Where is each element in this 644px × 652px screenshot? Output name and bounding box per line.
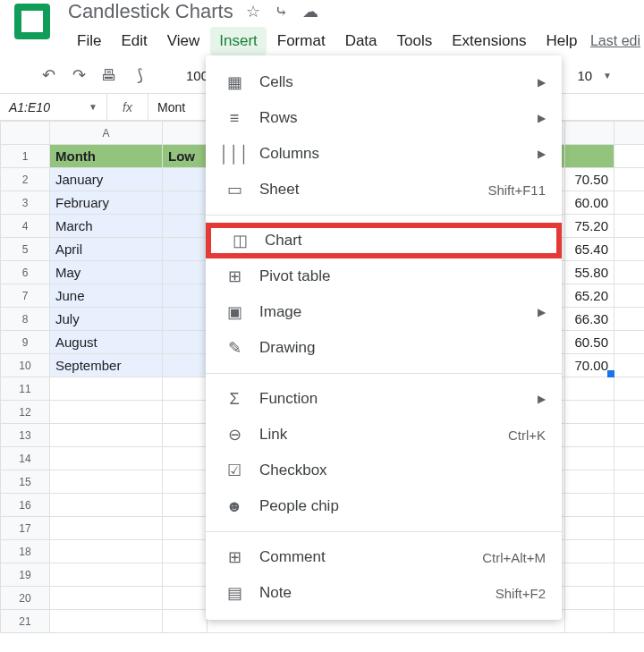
- cell[interactable]: [565, 610, 614, 633]
- cell[interactable]: [614, 494, 645, 517]
- cell[interactable]: [163, 401, 208, 424]
- menu-edit[interactable]: Edit: [112, 27, 156, 55]
- cell-header[interactable]: Low: [163, 145, 208, 168]
- row-header[interactable]: 4: [1, 215, 50, 238]
- cell[interactable]: [50, 563, 163, 587]
- cell-value[interactable]: 65.20: [565, 284, 614, 308]
- cell-header[interactable]: Month: [50, 145, 163, 168]
- insert-sheet[interactable]: ▭SheetShift+F11: [206, 172, 562, 207]
- cell-value[interactable]: 70.00: [565, 354, 614, 377]
- cell[interactable]: [614, 470, 645, 494]
- cell-value[interactable]: 60.50: [565, 331, 614, 354]
- cell[interactable]: [50, 587, 163, 610]
- menu-view[interactable]: View: [158, 27, 209, 55]
- cell[interactable]: [163, 331, 208, 354]
- cell[interactable]: [614, 308, 645, 331]
- row-header[interactable]: 5: [1, 238, 50, 261]
- insert-people-chip[interactable]: ☻People chip: [206, 488, 562, 524]
- cell[interactable]: [163, 191, 208, 215]
- cell[interactable]: [614, 401, 645, 424]
- selection-drag-handle[interactable]: [607, 370, 614, 377]
- column-header[interactable]: A: [50, 122, 163, 145]
- cell[interactable]: [163, 587, 208, 610]
- sheets-logo[interactable]: [14, 4, 50, 39]
- insert-rows[interactable]: ≡Rows▶: [206, 100, 562, 136]
- cell[interactable]: [565, 494, 614, 517]
- menu-file[interactable]: File: [68, 27, 110, 55]
- cell-month[interactable]: July: [50, 308, 163, 331]
- cell[interactable]: [50, 447, 163, 470]
- cell[interactable]: [565, 517, 614, 540]
- cell[interactable]: [163, 494, 208, 517]
- menu-help[interactable]: Help: [537, 27, 586, 55]
- last-edit-link[interactable]: Last edi: [590, 33, 644, 49]
- cell[interactable]: [163, 238, 208, 261]
- cell[interactable]: [163, 354, 208, 377]
- cell-value[interactable]: 55.80: [565, 261, 614, 284]
- cell[interactable]: [163, 215, 208, 238]
- row-header[interactable]: 7: [1, 284, 50, 308]
- cell[interactable]: [614, 331, 645, 354]
- font-size-select[interactable]: 10 ▼: [570, 68, 619, 83]
- undo-icon[interactable]: ↶: [36, 63, 61, 88]
- cell[interactable]: [565, 540, 614, 563]
- cell[interactable]: [163, 470, 208, 494]
- cell[interactable]: [565, 447, 614, 470]
- row-header[interactable]: 1: [1, 145, 50, 168]
- cell[interactable]: [614, 563, 645, 587]
- row-header[interactable]: 11: [1, 377, 50, 401]
- cell[interactable]: [614, 145, 645, 168]
- menu-extensions[interactable]: Extensions: [443, 27, 535, 55]
- redo-icon[interactable]: ↷: [66, 63, 91, 88]
- row-header[interactable]: 17: [1, 517, 50, 540]
- insert-function[interactable]: ΣFunction▶: [206, 381, 562, 417]
- cell-value[interactable]: 75.20: [565, 215, 614, 238]
- cell[interactable]: [614, 191, 645, 215]
- cell[interactable]: [163, 424, 208, 447]
- cell[interactable]: [163, 168, 208, 191]
- cell[interactable]: [614, 284, 645, 308]
- column-header[interactable]: [163, 122, 208, 145]
- cell[interactable]: [50, 424, 163, 447]
- cell-month[interactable]: April: [50, 238, 163, 261]
- cloud-icon[interactable]: ☁: [302, 2, 318, 21]
- insert-drawing[interactable]: ✎Drawing: [206, 330, 562, 366]
- row-header[interactable]: 21: [1, 610, 50, 633]
- insert-image[interactable]: ▣Image▶: [206, 294, 562, 330]
- cell[interactable]: [614, 354, 645, 377]
- cell[interactable]: [614, 447, 645, 470]
- cell[interactable]: [614, 168, 645, 191]
- cell-value[interactable]: 65.40: [565, 238, 614, 261]
- cell[interactable]: [565, 470, 614, 494]
- star-icon[interactable]: ☆: [246, 2, 260, 21]
- menu-format[interactable]: Format: [268, 27, 335, 55]
- cell[interactable]: [163, 610, 208, 633]
- row-header[interactable]: 9: [1, 331, 50, 354]
- cell[interactable]: [50, 470, 163, 494]
- row-header[interactable]: 16: [1, 494, 50, 517]
- cell-value[interactable]: 66.30: [565, 308, 614, 331]
- move-icon[interactable]: ⤷: [275, 2, 288, 21]
- select-all-corner[interactable]: [1, 122, 50, 145]
- cell[interactable]: [565, 587, 614, 610]
- document-title[interactable]: Candlestick Charts: [68, 0, 233, 23]
- cell[interactable]: [614, 610, 645, 633]
- cell[interactable]: [614, 540, 645, 563]
- cell[interactable]: [163, 447, 208, 470]
- cell[interactable]: [565, 563, 614, 587]
- row-header[interactable]: 18: [1, 540, 50, 563]
- cell[interactable]: [50, 401, 163, 424]
- row-header[interactable]: 2: [1, 168, 50, 191]
- cell[interactable]: [614, 424, 645, 447]
- cell[interactable]: [163, 308, 208, 331]
- cell-month[interactable]: January: [50, 168, 163, 191]
- name-box[interactable]: A1:E10 ▼: [0, 94, 107, 120]
- menu-tools[interactable]: Tools: [388, 27, 442, 55]
- row-header[interactable]: 14: [1, 447, 50, 470]
- cell[interactable]: [565, 377, 614, 401]
- cell[interactable]: [163, 261, 208, 284]
- insert-chart[interactable]: ◫Chart: [206, 223, 562, 258]
- cell-month[interactable]: May: [50, 261, 163, 284]
- cell[interactable]: [50, 610, 163, 633]
- cell[interactable]: [614, 377, 645, 401]
